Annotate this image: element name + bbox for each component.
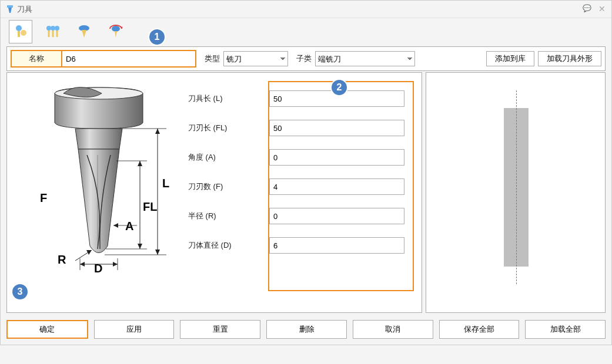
flute-count-input[interactable] [269, 178, 404, 195]
parameter-form: 刀具长 (L) 刀刃长 (FL) 角度 (A) 刀刃数 (F) 半径 (R) 刀… [181, 85, 412, 305]
tool-axis-line [516, 90, 517, 284]
svg-marker-33 [113, 262, 118, 267]
diameter-input[interactable] [269, 237, 404, 254]
tab-holder-tool[interactable] [72, 20, 96, 43]
svg-point-8 [112, 26, 120, 32]
svg-marker-19 [138, 244, 142, 249]
parameters-panel: L FL A F R [6, 72, 422, 313]
name-field-group: 名称 [11, 50, 196, 68]
svg-point-3 [21, 30, 26, 36]
delete-button[interactable]: 删除 [266, 320, 347, 339]
svg-marker-13 [155, 250, 160, 255]
svg-text:FL: FL [143, 200, 157, 213]
close-icon[interactable]: ✕ [598, 4, 606, 14]
cancel-button[interactable]: 取消 [353, 320, 433, 339]
load-all-button[interactable]: 加载全部 [525, 320, 606, 339]
svg-point-4 [46, 26, 51, 31]
tab-single-tool[interactable] [9, 20, 32, 43]
svg-marker-18 [138, 161, 142, 166]
svg-text:R: R [58, 253, 66, 266]
svg-point-6 [55, 26, 59, 31]
svg-text:F: F [40, 191, 47, 204]
name-label: 名称 [12, 51, 62, 66]
tab-triple-tool[interactable] [41, 20, 64, 43]
toolbar [1, 18, 611, 45]
radius-input[interactable] [269, 208, 404, 224]
svg-marker-27 [86, 250, 92, 255]
type-label: 类型 [205, 53, 220, 64]
tab-rotate-tool[interactable] [104, 20, 128, 43]
sub-label: 子类 [296, 53, 312, 64]
window-title: 刀具 [17, 4, 32, 15]
save-all-button[interactable]: 保存全部 [439, 320, 520, 339]
svg-point-2 [16, 25, 22, 31]
tool-length-input[interactable] [269, 90, 404, 107]
angle-label: 角度 (A) [181, 152, 269, 163]
type-select[interactable]: 铣刀 [223, 51, 288, 66]
diameter-label: 刀体直径 (D) [181, 240, 269, 251]
svg-marker-12 [155, 129, 160, 134]
flute-count-label: 刀刃数 (F) [181, 181, 269, 192]
svg-marker-24 [113, 223, 118, 228]
svg-text:A: A [125, 220, 133, 232]
svg-text:D: D [94, 262, 102, 272]
tool-length-label: 刀具长 (L) [181, 93, 269, 104]
flute-length-label: 刀刃长 (FL) [181, 123, 269, 133]
tool-diagram: L FL A F R [16, 85, 181, 305]
comment-icon[interactable]: 💬 [583, 4, 591, 14]
app-icon [5, 5, 15, 14]
angle-input[interactable] [269, 149, 404, 166]
preview-panel [426, 72, 606, 313]
ok-button[interactable]: 确定 [6, 320, 88, 339]
svg-rect-0 [7, 5, 13, 8]
apply-button[interactable]: 应用 [94, 320, 175, 339]
load-tool-shape-button[interactable]: 加载刀具外形 [538, 51, 601, 66]
filter-bar: 名称 类型 铣刀 子类 端铣刀 添加到库 加载刀具外形 [6, 46, 606, 71]
add-to-library-button[interactable]: 添加到库 [486, 51, 534, 66]
subtype-select[interactable]: 端铣刀 [315, 51, 415, 66]
svg-marker-32 [80, 262, 85, 267]
radius-label: 半径 (R) [181, 211, 269, 221]
svg-marker-1 [8, 8, 12, 13]
name-input[interactable] [62, 51, 195, 66]
reset-button[interactable]: 重置 [180, 320, 260, 339]
button-row: 确定 应用 重置 删除 取消 保存全部 加载全部 [1, 316, 611, 345]
svg-text:L: L [162, 177, 169, 190]
flute-length-input[interactable] [269, 120, 404, 136]
svg-point-5 [51, 26, 55, 31]
